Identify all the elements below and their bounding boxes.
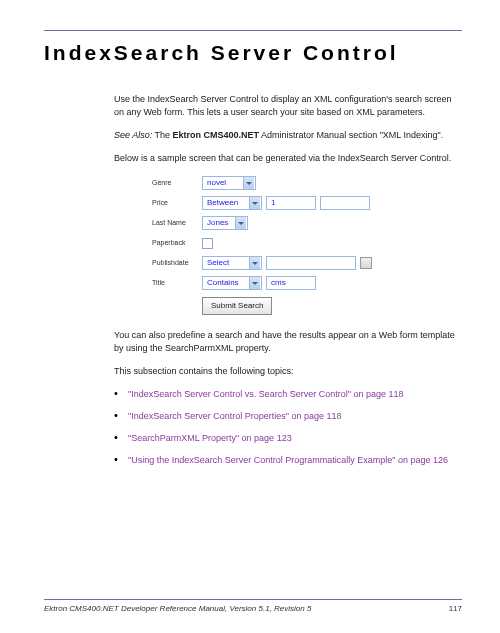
topics-intro: This subsection contains the following t… (114, 365, 462, 378)
title-select-value: Contains (207, 277, 239, 289)
sample-row-title: Title Contains cms (152, 275, 462, 291)
title-input[interactable]: cms (266, 276, 316, 290)
topic-link[interactable]: "IndexSearch Server Control vs. Search S… (114, 388, 462, 401)
submit-search-button[interactable]: Submit Search (202, 297, 272, 315)
calendar-icon[interactable] (360, 257, 372, 269)
label-price: Price (152, 198, 202, 208)
sample-row-publishdate: Publishdate Select (152, 255, 462, 271)
topic-link[interactable]: "Using the IndexSearch Server Control Pr… (114, 454, 462, 467)
sample-row-price: Price Between 1 (152, 195, 462, 211)
label-paperback: Paperback (152, 238, 202, 248)
top-rule (44, 30, 462, 31)
genre-select[interactable]: novel (202, 176, 256, 190)
chevron-down-icon (243, 177, 254, 189)
chevron-down-icon (249, 257, 260, 269)
publishdate-select-value: Select (207, 257, 229, 269)
sample-screen: Genre novel Price Between 1 Last Name Jo… (152, 175, 462, 315)
topic-link[interactable]: "SearchParmXML Property" on page 123 (114, 432, 462, 445)
chevron-down-icon (235, 217, 246, 229)
see-also-product: Ektron CMS400.NET (173, 130, 260, 140)
genre-select-value: novel (207, 177, 226, 189)
title-select[interactable]: Contains (202, 276, 262, 290)
price-value-input-2[interactable] (320, 196, 370, 210)
page-number: 117 (449, 604, 462, 613)
topic-link[interactable]: "IndexSearch Server Control Properties" … (114, 410, 462, 423)
label-title: Title (152, 278, 202, 288)
label-lastname: Last Name (152, 218, 202, 228)
sample-row-genre: Genre novel (152, 175, 462, 191)
paperback-checkbox[interactable] (202, 238, 213, 249)
publishdate-select[interactable]: Select (202, 256, 262, 270)
label-publishdate: Publishdate (152, 258, 202, 268)
see-also-label: See Also: (114, 130, 152, 140)
chevron-down-icon (249, 277, 260, 289)
sample-row-lastname: Last Name Jones (152, 215, 462, 231)
topic-link-list: "IndexSearch Server Control vs. Search S… (114, 388, 462, 467)
intro-paragraph: Use the IndexSearch Server Control to di… (114, 93, 462, 119)
price-select-value: Between (207, 197, 238, 209)
predefine-paragraph: You can also predefine a search and have… (114, 329, 462, 355)
lastname-select-value: Jones (207, 217, 228, 229)
see-also-t1: The (152, 130, 172, 140)
price-select[interactable]: Between (202, 196, 262, 210)
footer-rule (44, 599, 462, 600)
see-also-paragraph: See Also: The Ektron CMS400.NET Administ… (114, 129, 462, 142)
price-value-input[interactable]: 1 (266, 196, 316, 210)
page-footer: Ektron CMS400.NET Developer Reference Ma… (44, 599, 462, 613)
see-also-t2: Administrator Manual section "XML Indexi… (259, 130, 443, 140)
sample-intro: Below is a sample screen that can be gen… (114, 152, 462, 165)
footer-text: Ektron CMS400.NET Developer Reference Ma… (44, 604, 311, 613)
publishdate-input[interactable] (266, 256, 356, 270)
page-title: IndexSearch Server Control (44, 41, 462, 65)
sample-row-paperback: Paperback (152, 235, 462, 251)
label-genre: Genre (152, 178, 202, 188)
lastname-select[interactable]: Jones (202, 216, 248, 230)
chevron-down-icon (249, 197, 260, 209)
